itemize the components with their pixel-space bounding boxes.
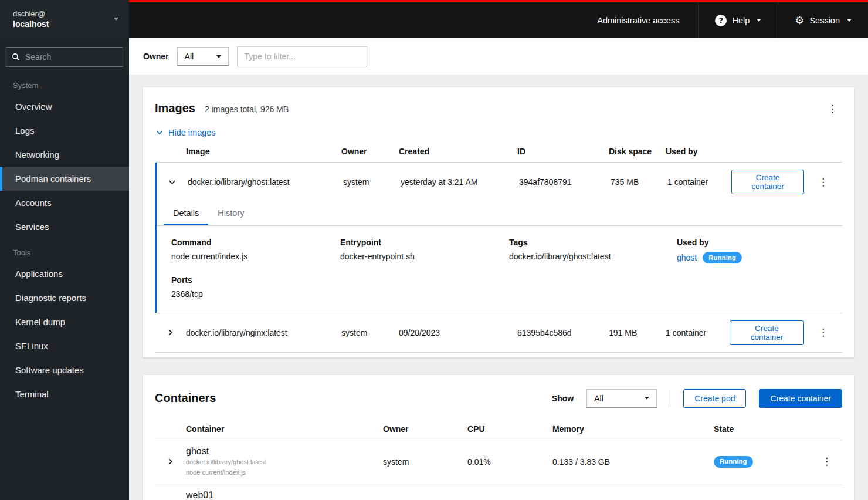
sidebar-item-overview[interactable]: Overview [0, 94, 129, 119]
images-card: Images 2 images total, 926 MB ⋮ Hide ima… [143, 87, 854, 357]
sidebar-item-services[interactable]: Services [0, 215, 129, 239]
container-owner: system [383, 495, 467, 500]
image-row-kebab-button[interactable]: ⋮ [813, 326, 833, 339]
container-row-kebab-button[interactable]: ⋮ [817, 455, 836, 468]
col-memory: Memory [552, 418, 714, 440]
sidebar-item-networking[interactable]: Networking [0, 143, 129, 167]
entrypoint-label: Entrypoint [340, 238, 509, 247]
table-row[interactable]: docker.io/library/nginx:latest system 09… [155, 313, 842, 353]
sidebar-item-podman-containers[interactable]: Podman containers [0, 167, 129, 191]
tags-value: docker.io/library/ghost:latest [509, 252, 677, 261]
image-name: docker.io/library/ghost:latest [188, 170, 343, 194]
col-image: Image [186, 141, 341, 162]
ports-value: 2368/tcp [171, 289, 842, 299]
sidebar-item-selinux[interactable]: SELinux [0, 334, 129, 358]
chevron-down-icon [847, 19, 852, 22]
image-detail-tabs: Details History [157, 202, 842, 226]
host-switcher-text: dschier@ localhost [13, 9, 49, 29]
row-expand-toggle[interactable] [164, 326, 177, 339]
administrative-access-label: Administrative access [578, 16, 698, 25]
help-icon: ? [715, 15, 727, 26]
filter-toolbar: Owner All [129, 38, 868, 75]
image-id: 394af7808791 [519, 170, 611, 194]
image-used-by: 1 container [666, 321, 730, 344]
sidebar-item-software-updates[interactable]: Software updates [0, 358, 129, 382]
table-row[interactable]: web01 docker.io/library/nginx:latest ngi… [155, 484, 842, 500]
sidebar-item-applications[interactable]: Applications [0, 262, 129, 286]
show-select-value: All [594, 394, 603, 403]
host-switcher[interactable]: dschier@ localhost [0, 0, 129, 38]
tab-history[interactable]: History [208, 202, 253, 225]
sidebar-search [6, 47, 123, 67]
owner-select-value: All [185, 52, 194, 61]
image-owner: system [343, 170, 401, 194]
table-row[interactable]: ghost docker.io/library/ghost:latest nod… [155, 440, 842, 484]
owner-select[interactable]: All [177, 47, 229, 66]
session-label: Session [809, 16, 840, 25]
kebab-icon: ⋮ [828, 103, 838, 114]
hide-images-toggle[interactable]: Hide images [156, 128, 216, 137]
chevron-right-icon [167, 458, 174, 465]
status-badge: Running [714, 456, 753, 468]
container-cpu: 0.01% [467, 451, 552, 472]
sidebar-item-diagnostic-reports[interactable]: Diagnostic reports [0, 286, 129, 310]
containers-table: Container Owner CPU Memory State [155, 418, 842, 500]
image-created: 09/20/2023 [399, 321, 517, 344]
col-used-by: Used by [666, 141, 730, 162]
images-table: Image Owner Created ID Disk space Used b… [155, 141, 842, 353]
tab-details[interactable]: Details [164, 202, 208, 225]
create-pod-button[interactable]: Create pod [683, 389, 746, 408]
search-input[interactable] [6, 47, 123, 67]
sidebar-item-kernel-dump[interactable]: Kernel dump [0, 310, 129, 334]
row-expand-toggle[interactable] [166, 176, 178, 188]
show-filter-label: Show [552, 394, 574, 403]
content-area: Images 2 images total, 926 MB ⋮ Hide ima… [129, 75, 868, 500]
container-name: web01 [186, 490, 376, 500]
container-owner: system [383, 451, 467, 472]
used-by-container-link[interactable]: ghost [677, 253, 697, 262]
status-badge: Running [703, 252, 742, 263]
containers-card: Containers Show All Create pod Create co… [143, 375, 854, 500]
sidebar-item-logs[interactable]: Logs [0, 119, 129, 143]
chevron-down-icon [757, 19, 761, 22]
image-name: docker.io/library/nginx:latest [186, 321, 341, 344]
filter-input[interactable] [237, 46, 367, 66]
sidebar-nav: System Overview Logs Networking Podman c… [0, 38, 129, 500]
col-created: Created [399, 141, 517, 162]
chevron-down-icon [216, 55, 221, 58]
containers-table-header: Container Owner CPU Memory State [155, 418, 842, 440]
images-kebab-button[interactable]: ⋮ [823, 103, 842, 115]
container-image: docker.io/library/ghost:latest [186, 458, 376, 467]
show-select[interactable]: All [586, 389, 657, 408]
sidebar-item-terminal[interactable]: Terminal [0, 382, 129, 406]
image-details-panel: Command node current/index.js Entrypoint… [157, 226, 842, 313]
images-table-header: Image Owner Created ID Disk space Used b… [155, 141, 842, 163]
image-used-by: 1 container [667, 170, 731, 194]
row-expand-toggle[interactable] [164, 455, 177, 468]
masthead-username: dschier@ [13, 9, 49, 18]
create-container-button[interactable]: Create container [731, 170, 804, 194]
nav-section-system: System [0, 72, 129, 94]
create-container-button[interactable]: Create container [730, 320, 804, 345]
create-container-button[interactable]: Create container [759, 389, 842, 408]
nav-section-tools: Tools [0, 239, 129, 262]
chevron-right-icon [167, 329, 174, 336]
chevron-down-icon [168, 178, 176, 186]
image-created: yesterday at 3:21 AM [401, 170, 519, 194]
container-name: ghost [186, 446, 376, 457]
chevron-down-icon [645, 397, 649, 400]
kebab-icon: ⋮ [822, 455, 832, 467]
image-row-kebab-button[interactable]: ⋮ [813, 176, 833, 188]
sidebar-item-accounts[interactable]: Accounts [0, 191, 129, 215]
chevron-down-icon [114, 18, 118, 21]
col-container: Container [186, 418, 383, 440]
session-menu[interactable]: ⚙ Session [778, 2, 868, 38]
masthead-hostname: localhost [13, 19, 49, 29]
image-row-expanded-group: docker.io/library/ghost:latest system ye… [155, 163, 842, 313]
help-menu[interactable]: ? Help [698, 2, 778, 38]
table-row[interactable]: docker.io/library/ghost:latest system ye… [157, 163, 842, 201]
hide-images-label: Hide images [168, 128, 216, 137]
entrypoint-value: docker-entrypoint.sh [340, 252, 509, 261]
col-owner: Owner [341, 141, 399, 162]
search-icon [12, 53, 20, 61]
